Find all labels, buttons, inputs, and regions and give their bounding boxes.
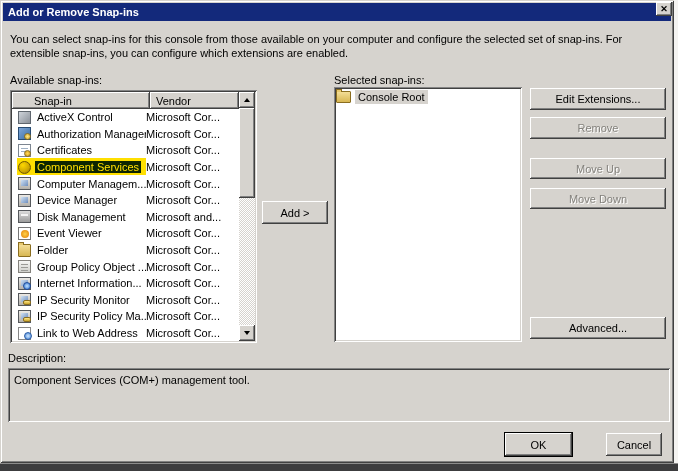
available-snapins-label: Available snap-ins: <box>10 74 102 86</box>
snapin-row[interactable]: IP Security Monitor Microsoft Cor... <box>12 292 239 309</box>
snapin-vendor-cell: Microsoft Cor... <box>146 277 239 289</box>
snapin-name-cell: Event Viewer <box>35 227 146 239</box>
move-down-button: Move Down <box>530 188 666 209</box>
snapin-name-cell: Disk Management <box>35 211 146 223</box>
selected-snapin-name: Console Root <box>355 90 428 104</box>
snapin-vendor-cell: Microsoft Cor... <box>146 161 239 173</box>
snapin-name-cell: Device Manager <box>35 194 146 206</box>
description-label: Description: <box>8 352 66 364</box>
snapin-name-cell: Group Policy Object ... <box>35 261 146 273</box>
remove-button: Remove <box>530 117 666 139</box>
snapin-name-cell: Computer Managem... <box>35 178 146 190</box>
snapin-row[interactable]: Group Policy Object ... Microsoft Cor... <box>12 258 239 275</box>
snapin-row[interactable]: Computer Managem... Microsoft Cor... <box>12 175 239 192</box>
snapin-name-cell: Internet Information... <box>35 277 146 289</box>
snapin-icon <box>18 127 31 140</box>
snapin-name: IP Security Policy Ma... <box>35 310 146 322</box>
snapin-vendor-cell: Microsoft Cor... <box>146 128 239 140</box>
screen-bottom-edge <box>0 463 678 471</box>
dialog-title: Add or Remove Snap-ins <box>8 6 139 18</box>
listview-header: Snap-in Vendor <box>12 92 239 109</box>
snapin-name: Link to Web Address <box>35 327 140 339</box>
description-text: Component Services (COM+) management too… <box>14 374 664 386</box>
ok-button[interactable]: OK <box>505 433 572 456</box>
snapin-row[interactable]: Event Viewer Microsoft Cor... <box>12 225 239 242</box>
snapin-row[interactable]: Link to Web Address Microsoft Cor... <box>12 325 239 341</box>
arrow-up-icon <box>244 98 250 102</box>
description-box: Component Services (COM+) management too… <box>8 368 670 422</box>
vertical-scrollbar[interactable] <box>239 92 255 341</box>
available-snapins-listview: Snap-in Vendor ActiveX Control Microsoft… <box>10 90 257 343</box>
snapin-name: Disk Management <box>35 211 128 223</box>
close-button[interactable]: ✕ <box>656 2 672 16</box>
snapin-name: Group Policy Object ... <box>35 261 146 273</box>
snapin-name: Computer Managem... <box>35 178 146 190</box>
title-bar: Add or Remove Snap-ins <box>3 3 671 21</box>
snapin-row[interactable]: Disk Management Microsoft and... <box>12 209 239 226</box>
snapin-name: Event Viewer <box>35 227 104 239</box>
snapin-name: Authorization Manager <box>35 128 146 140</box>
snapin-icon <box>18 327 31 340</box>
snapin-name-cell: ActiveX Control <box>35 111 146 123</box>
snapin-name-cell: Link to Web Address <box>35 327 146 339</box>
snapin-row[interactable]: Folder Microsoft Cor... <box>12 242 239 259</box>
scroll-down-button[interactable] <box>239 325 255 341</box>
snapin-row[interactable]: Device Manager Microsoft Cor... <box>12 192 239 209</box>
snapin-name: Component Services <box>35 161 141 173</box>
snapin-name: IP Security Monitor <box>35 294 132 306</box>
selected-snapins-listbox: Console Root <box>334 87 522 342</box>
close-icon: ✕ <box>660 5 668 14</box>
snapin-name-cell: Folder <box>35 244 146 256</box>
snapin-name-cell: Certificates <box>35 144 146 156</box>
snapin-row[interactable]: ActiveX Control Microsoft Cor... <box>12 109 239 126</box>
snapin-icon <box>18 177 31 190</box>
move-up-button: Move Up <box>530 158 666 179</box>
intro-text: You can select snap-ins for this console… <box>10 32 658 60</box>
cancel-button[interactable]: Cancel <box>606 433 662 456</box>
scrollbar-thumb[interactable] <box>239 108 255 198</box>
snapin-name-cell: IP Security Monitor <box>35 294 146 306</box>
snapin-vendor-cell: Microsoft Cor... <box>146 261 239 273</box>
snapin-vendor-cell: Microsoft Cor... <box>146 178 239 190</box>
snapin-vendor-cell: Microsoft Cor... <box>146 194 239 206</box>
snapin-icon <box>18 227 31 240</box>
snapin-icon <box>18 210 31 223</box>
selected-rows: Console Root <box>336 90 520 104</box>
scroll-up-button[interactable] <box>239 92 255 108</box>
selected-snapin-row[interactable]: Console Root <box>336 90 520 104</box>
snapin-icon <box>18 111 31 124</box>
snapin-name: Folder <box>35 244 70 256</box>
snapin-icon <box>18 293 31 306</box>
snapin-row[interactable]: Internet Information... Microsoft Cor... <box>12 275 239 292</box>
snapin-row[interactable]: Authorization Manager Microsoft Cor... <box>12 126 239 143</box>
snapin-vendor-cell: Microsoft Cor... <box>146 310 239 322</box>
edit-extensions-button[interactable]: Edit Extensions... <box>530 88 666 110</box>
scrollbar-track[interactable] <box>239 108 255 325</box>
arrow-down-icon <box>244 331 250 335</box>
add-button[interactable]: Add > <box>262 201 328 224</box>
selected-snapins-label: Selected snap-ins: <box>334 74 425 86</box>
listview-columns: Snap-in Vendor ActiveX Control Microsoft… <box>12 92 239 341</box>
snapin-name: Internet Information... <box>35 277 144 289</box>
snapin-icon <box>18 277 31 290</box>
snapin-icon <box>18 260 31 273</box>
snapin-icon <box>18 310 31 323</box>
column-header-vendor[interactable]: Vendor <box>150 92 239 109</box>
snapin-name-cell: Component Services <box>35 161 146 173</box>
column-header-snapin[interactable]: Snap-in <box>12 92 150 109</box>
available-rows: ActiveX Control Microsoft Cor... Authori… <box>12 109 239 341</box>
snapin-name: Certificates <box>35 144 94 156</box>
snapin-name: Device Manager <box>35 194 119 206</box>
snapin-icon <box>18 194 31 207</box>
snapin-icon <box>18 244 31 257</box>
snapin-icon <box>18 144 31 157</box>
snapin-icon <box>18 161 31 174</box>
snapin-row[interactable]: Component Services Microsoft Cor... <box>12 159 239 176</box>
advanced-button[interactable]: Advanced... <box>530 317 666 339</box>
snapin-row[interactable]: Certificates Microsoft Cor... <box>12 142 239 159</box>
add-remove-snapins-dialog: Add or Remove Snap-ins ✕ You can select … <box>0 0 674 463</box>
snapin-vendor-cell: Microsoft Cor... <box>146 227 239 239</box>
snapin-name-cell: Authorization Manager <box>35 128 146 140</box>
snapin-row[interactable]: IP Security Policy Ma... Microsoft Cor..… <box>12 308 239 325</box>
snapin-vendor-cell: Microsoft Cor... <box>146 144 239 156</box>
